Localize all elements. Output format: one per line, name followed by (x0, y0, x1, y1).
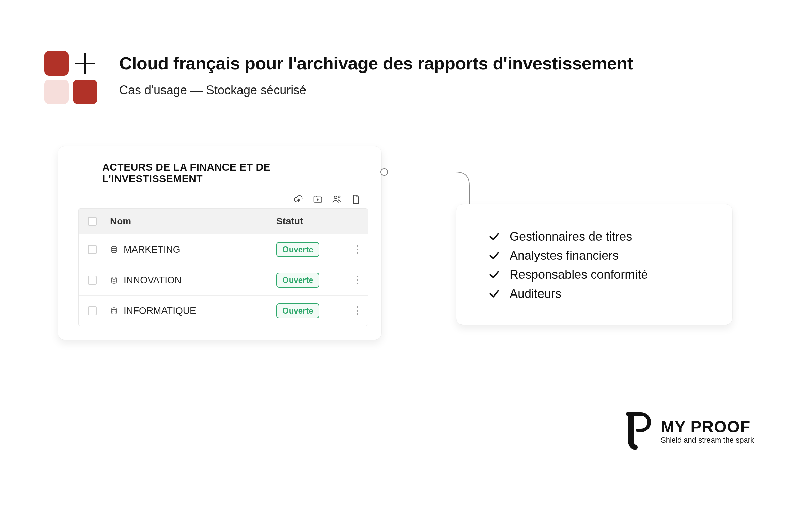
actors-table: Nom Statut MARKETING Ouverte (78, 208, 368, 326)
select-all-checkbox[interactable] (88, 217, 97, 226)
row-name: INNOVATION (124, 275, 182, 286)
svg-point-1 (338, 196, 340, 198)
plus-icon (73, 51, 98, 76)
list-item-label: Auditeurs (509, 287, 561, 301)
row-checkbox[interactable] (88, 276, 97, 284)
list-item-label: Gestionnaires de titres (509, 230, 632, 244)
list-item: Auditeurs (489, 287, 710, 301)
row-name: MARKETING (124, 244, 180, 255)
list-item: Responsables conformité (489, 267, 710, 282)
roles-list: Gestionnaires de titres Analystes financ… (489, 230, 710, 301)
check-icon (489, 231, 500, 243)
database-icon (110, 276, 118, 284)
database-icon (110, 307, 118, 315)
row-checkbox[interactable] (88, 306, 97, 315)
brand-mark-icon (624, 412, 653, 451)
brand-name: MY PROOF (661, 419, 754, 435)
svg-point-0 (334, 196, 337, 199)
table-row[interactable]: MARKETING Ouverte (79, 234, 367, 264)
table-row[interactable]: INNOVATION Ouverte (79, 264, 367, 295)
svg-point-3 (112, 277, 116, 279)
brand-footer: MY PROOF Shield and stream the spark (624, 412, 754, 451)
svg-point-4 (112, 308, 116, 310)
document-icon[interactable] (350, 193, 362, 205)
card-title: ACTEURS DE LA FINANCE ET DE L'INVESTISSE… (102, 161, 368, 185)
status-badge: Ouverte (276, 273, 319, 288)
users-icon[interactable] (331, 193, 343, 205)
check-icon (489, 288, 500, 299)
status-badge: Ouverte (276, 303, 319, 318)
list-item: Gestionnaires de titres (489, 230, 710, 244)
add-folder-icon[interactable] (312, 193, 323, 205)
headings: Cloud français pour l'archivage des rapp… (119, 51, 633, 97)
check-icon (489, 250, 500, 262)
brand-tagline: Shield and stream the spark (661, 436, 754, 444)
table-header: Nom Statut (79, 209, 367, 234)
row-name: INFORMATIQUE (124, 305, 196, 316)
svg-point-2 (112, 247, 116, 249)
page-title: Cloud français pour l'archivage des rapp… (119, 53, 633, 74)
roles-card: Gestionnaires de titres Analystes financ… (456, 204, 732, 325)
header: Cloud français pour l'archivage des rapp… (44, 51, 633, 105)
database-icon (110, 246, 118, 254)
finance-actors-card: ACTEURS DE LA FINANCE ET DE L'INVESTISSE… (58, 146, 381, 340)
table-row[interactable]: INFORMATIQUE Ouverte (79, 295, 367, 326)
svg-point-5 (381, 169, 388, 175)
row-menu-button[interactable] (351, 306, 363, 315)
app-logo (44, 51, 99, 105)
check-icon (489, 269, 500, 280)
card-actions (72, 193, 368, 205)
row-menu-button[interactable] (351, 276, 363, 284)
list-item: Analystes financiers (489, 249, 710, 263)
upload-cloud-icon[interactable] (293, 193, 304, 205)
row-menu-button[interactable] (351, 245, 363, 254)
col-status: Statut (272, 216, 347, 227)
list-item-label: Responsables conformité (509, 267, 648, 282)
status-badge: Ouverte (276, 242, 319, 257)
page-subtitle: Cas d'usage — Stockage sécurisé (119, 83, 633, 97)
row-checkbox[interactable] (88, 245, 97, 254)
col-name: Nom (106, 216, 272, 227)
list-item-label: Analystes financiers (509, 249, 619, 263)
